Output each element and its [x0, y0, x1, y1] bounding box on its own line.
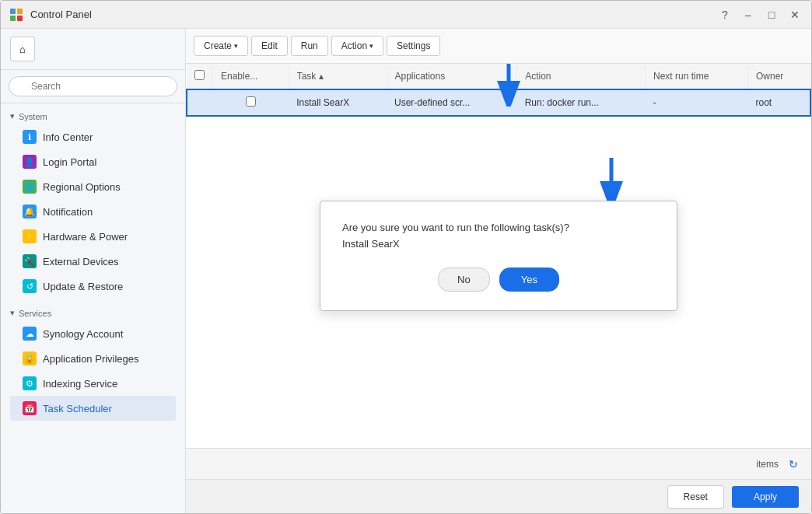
synology-account-icon: ☁	[23, 327, 37, 341]
row-task-cell: Install SearX	[289, 89, 387, 116]
col-action: Action	[517, 64, 646, 89]
sidebar-item-label: Hardware & Power	[43, 231, 128, 243]
sidebar-search-area: 🔍	[1, 70, 185, 103]
col-checkbox	[187, 64, 213, 89]
maximize-button[interactable]: □	[763, 6, 780, 23]
row-enable-checkbox[interactable]	[246, 96, 256, 107]
settings-button[interactable]: Settings	[387, 36, 440, 56]
notification-icon: 🔔	[23, 205, 37, 219]
run-button[interactable]: Run	[291, 36, 328, 56]
sidebar-item-indexing-service[interactable]: ⚙ Indexing Service	[10, 371, 176, 396]
login-portal-icon: 👤	[23, 155, 37, 169]
info-center-icon: ℹ	[23, 130, 37, 144]
task-table: Enable... Task ▴ Applications Action Nex…	[186, 64, 811, 117]
col-next-run-time: Next run time	[646, 64, 748, 89]
sidebar-item-synology-account[interactable]: ☁ Synology Account	[10, 321, 176, 346]
sidebar-item-label: Synology Account	[43, 328, 123, 340]
regional-options-icon: 🌐	[23, 180, 37, 194]
dialog-container: Are you sure you want to run the followi…	[320, 201, 677, 312]
col-enable: Enable...	[213, 64, 289, 89]
create-button[interactable]: Create ▾	[194, 36, 248, 56]
footer: Reset Apply	[186, 479, 811, 513]
action-dropdown-arrow: ▾	[369, 42, 373, 50]
sidebar-item-update-restore[interactable]: ↺ Update & Restore	[10, 274, 176, 299]
sidebar-item-label: Notification	[43, 206, 93, 218]
external-devices-icon: 🔌	[23, 254, 37, 268]
dialog-buttons: No Yes	[342, 267, 655, 292]
bottom-bar: items ↻	[186, 448, 811, 479]
control-panel-window: Control Panel ? – □ ✕ ⌂ 🔍	[0, 0, 812, 514]
sidebar-item-notification[interactable]: 🔔 Notification	[10, 199, 176, 224]
home-button[interactable]: ⌂	[10, 37, 35, 61]
indexing-service-icon: ⚙	[23, 376, 37, 390]
dialog-overlay: Are you sure you want to run the followi…	[186, 64, 811, 448]
apply-button[interactable]: Apply	[732, 486, 799, 508]
sidebar-item-label: External Devices	[43, 256, 119, 267]
window-controls: ? – □ ✕	[716, 6, 803, 23]
table-area: Enable... Task ▴ Applications Action Nex…	[186, 64, 811, 448]
row-owner-cell: root	[747, 89, 810, 116]
help-button[interactable]: ?	[716, 6, 733, 23]
row-applications-cell: User-defined scr...	[387, 89, 517, 116]
services-section: ▾ Services ☁ Synology Account 🔒 Applicat…	[1, 300, 185, 422]
sidebar-item-task-scheduler[interactable]: 📅 Task Scheduler	[10, 396, 176, 421]
sidebar-item-label: Task Scheduler	[43, 403, 112, 414]
row-action-cell: Run: docker run...	[517, 89, 646, 116]
services-section-header[interactable]: ▾ Services	[10, 305, 176, 321]
search-input[interactable]	[9, 76, 177, 96]
system-label: System	[19, 112, 47, 121]
dialog-no-button[interactable]: No	[438, 267, 490, 292]
table-row[interactable]: Install SearX User-defined scr... Run: d…	[187, 89, 810, 116]
collapse-icon: ▾	[10, 308, 15, 318]
confirm-dialog: Are you sure you want to run the followi…	[320, 201, 677, 312]
col-applications: Applications	[387, 64, 517, 89]
sidebar-item-hardware-power[interactable]: ⚡ Hardware & Power	[10, 224, 176, 249]
search-wrap: 🔍	[9, 76, 177, 96]
row-next-run-cell: -	[646, 89, 748, 116]
sidebar-item-info-center[interactable]: ℹ Info Center	[10, 124, 176, 149]
sidebar-item-label: Login Portal	[43, 156, 96, 168]
sidebar-home: ⌂	[1, 29, 185, 70]
svg-rect-2	[10, 16, 16, 21]
dialog-message: Are you sure you want to run the followi…	[342, 220, 655, 253]
main-layout: ⌂ 🔍 ▾ System ℹ Info Center	[1, 29, 811, 513]
dialog-message-line1: Are you sure you want to run the followi…	[342, 220, 655, 236]
sidebar-item-external-devices[interactable]: 🔌 External Devices	[10, 249, 176, 274]
toolbar: Create ▾ Edit Run Action ▾ Settings	[186, 29, 811, 64]
sidebar-item-login-portal[interactable]: 👤 Login Portal	[10, 149, 176, 174]
sidebar-item-label: Application Privileges	[43, 353, 139, 365]
reset-button[interactable]: Reset	[667, 485, 724, 509]
update-restore-icon: ↺	[23, 279, 37, 293]
dialog-message-line2: Install SearX	[342, 236, 655, 253]
system-section: ▾ System ℹ Info Center 👤 Login Portal 🌐 …	[1, 103, 185, 300]
dialog-yes-button[interactable]: Yes	[499, 267, 559, 292]
sidebar-item-regional-options[interactable]: 🌐 Regional Options	[10, 174, 176, 199]
edit-button[interactable]: Edit	[251, 36, 288, 56]
sidebar-item-label: Indexing Service	[43, 378, 117, 390]
app-icon	[9, 7, 24, 23]
sidebar: ⌂ 🔍 ▾ System ℹ Info Center	[1, 29, 186, 513]
sidebar-item-application-privileges[interactable]: 🔒 Application Privileges	[10, 346, 176, 371]
yes-arrow-annotation	[592, 158, 631, 203]
refresh-button[interactable]: ↻	[785, 456, 802, 473]
col-owner: Owner	[747, 64, 810, 89]
action-button[interactable]: Action ▾	[331, 36, 383, 56]
system-section-header[interactable]: ▾ System	[10, 108, 176, 124]
application-privileges-icon: 🔒	[23, 351, 37, 365]
select-all-checkbox[interactable]	[194, 70, 205, 80]
create-dropdown-arrow: ▾	[234, 42, 238, 50]
close-button[interactable]: ✕	[786, 6, 803, 23]
row-select-cell	[187, 89, 213, 116]
content-area: Create ▾ Edit Run Action ▾ Settings	[186, 29, 811, 513]
titlebar: Control Panel ? – □ ✕	[1, 1, 811, 29]
hardware-power-icon: ⚡	[23, 229, 37, 243]
home-icon: ⌂	[19, 44, 26, 55]
minimize-button[interactable]: –	[740, 6, 757, 23]
col-task: Task ▴	[289, 64, 387, 89]
svg-rect-1	[17, 9, 23, 14]
sidebar-item-label: Info Center	[43, 131, 93, 143]
sidebar-item-label: Update & Restore	[43, 281, 123, 292]
items-count-label: items	[756, 459, 779, 470]
services-label: Services	[19, 309, 51, 318]
window-title: Control Panel	[30, 9, 716, 20]
